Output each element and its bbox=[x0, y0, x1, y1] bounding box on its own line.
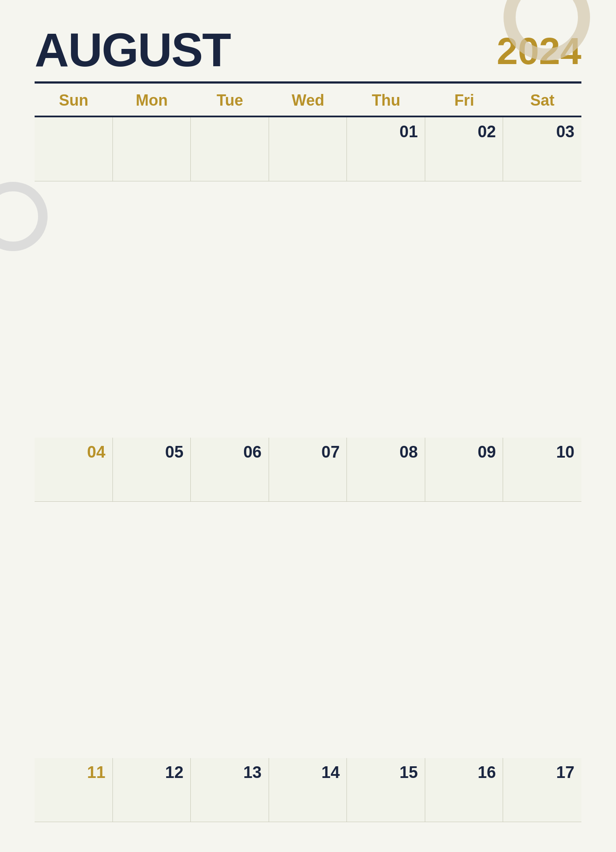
cal-cell-w1-tue bbox=[191, 117, 269, 181]
cal-cell-w1-mon bbox=[113, 117, 191, 181]
cal-cell-w2-tue: 06 bbox=[191, 438, 269, 502]
cal-cell-w1-fri: 02 bbox=[425, 117, 504, 181]
cal-cell-w3-tue: 13 bbox=[191, 758, 269, 822]
cal-cell-w2-mon: 05 bbox=[113, 438, 191, 502]
cal-cell-w2-sun: 04 bbox=[35, 438, 113, 502]
day-header-sun: Sun bbox=[35, 84, 113, 116]
year-title: 2024 bbox=[497, 32, 581, 74]
day-header-tue: Tue bbox=[191, 84, 269, 116]
cal-cell-w2-wed: 07 bbox=[269, 438, 347, 502]
cal-cell-w3-mon: 12 bbox=[113, 758, 191, 822]
cal-cell-w2-sat: 10 bbox=[503, 438, 581, 502]
calendar-page: AUGUST 2024 Sun Mon Tue Wed Thu Fri Sat … bbox=[0, 0, 616, 852]
cal-cell-w3-wed: 14 bbox=[269, 758, 347, 822]
day-header-thu: Thu bbox=[347, 84, 425, 116]
cal-cell-w3-sun: 11 bbox=[35, 758, 113, 822]
cal-cell-w1-sat: 03 bbox=[503, 117, 581, 181]
header: AUGUST 2024 bbox=[35, 26, 581, 74]
cal-week-1: 01 02 03 bbox=[35, 117, 581, 438]
cal-cell-w3-thu: 15 bbox=[347, 758, 425, 822]
day-header-wed: Wed bbox=[269, 84, 347, 116]
month-title: AUGUST bbox=[35, 26, 230, 74]
day-header-mon: Mon bbox=[113, 84, 191, 116]
cal-week-3: 11 12 13 14 15 16 17 bbox=[35, 758, 581, 852]
cal-cell-w3-fri: 16 bbox=[425, 758, 504, 822]
day-header-sat: Sat bbox=[503, 84, 581, 116]
cal-cell-w2-thu: 08 bbox=[347, 438, 425, 502]
cal-week-2: 04 05 06 07 08 09 10 bbox=[35, 438, 581, 758]
day-header-fri: Fri bbox=[425, 84, 504, 116]
calendar-container: Sun Mon Tue Wed Thu Fri Sat 01 02 03 04 … bbox=[35, 81, 581, 852]
cal-cell-w1-thu: 01 bbox=[347, 117, 425, 181]
cal-cell-w2-fri: 09 bbox=[425, 438, 504, 502]
day-headers: Sun Mon Tue Wed Thu Fri Sat bbox=[35, 84, 581, 117]
cal-cell-w1-wed bbox=[269, 117, 347, 181]
cal-cell-w3-sat: 17 bbox=[503, 758, 581, 822]
cal-cell-w1-sun bbox=[35, 117, 113, 181]
